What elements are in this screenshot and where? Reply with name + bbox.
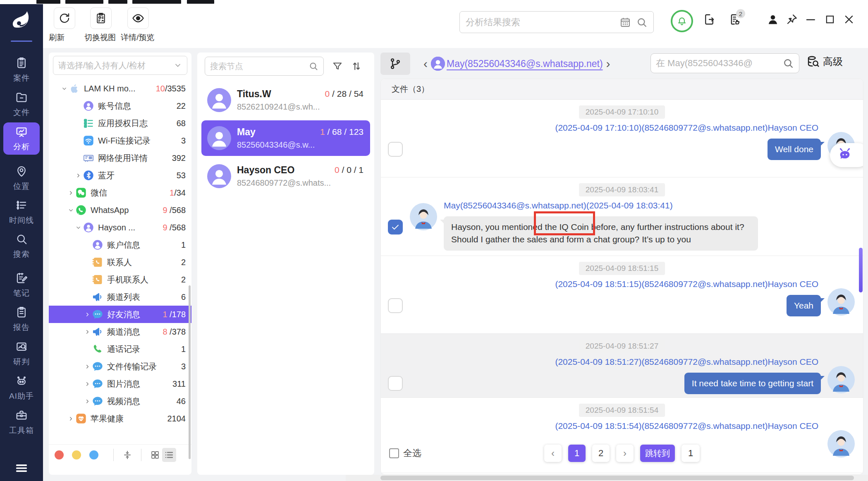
message-bubble[interactable]: It need take time to getting start (684, 373, 821, 394)
relation-graph-button[interactable] (380, 53, 410, 75)
user-icon[interactable] (767, 13, 779, 27)
pin-icon[interactable] (786, 13, 798, 27)
sidebar-item-分析[interactable]: 分析 (3, 122, 40, 155)
calendar-icon[interactable] (619, 17, 631, 28)
tree-node-手机联系人[interactable]: 手机联系人2 (49, 271, 191, 288)
sort-icon[interactable] (351, 61, 362, 73)
menu-icon[interactable] (3, 459, 40, 477)
expander-right-icon[interactable] (66, 416, 75, 422)
expander-right-icon[interactable] (83, 381, 92, 387)
owner-filter-select[interactable]: 请选择/输入持有人/检材 (53, 56, 187, 75)
expander-down-icon[interactable] (74, 225, 83, 231)
page-button-2[interactable]: 2 (592, 445, 610, 462)
tree-node-视频消息[interactable]: 视频消息46 (49, 392, 191, 410)
expander-right-icon[interactable] (74, 172, 83, 179)
tree-node-联系人[interactable]: 联系人2 (49, 254, 191, 271)
prev-contact-chevron[interactable]: ‹ (420, 57, 431, 70)
files-tab[interactable]: 文件（3） (381, 79, 863, 100)
current-contact-link[interactable]: May(85256043346@s.whatsapp.net) (447, 58, 603, 69)
detail-preview-button[interactable] (127, 7, 149, 29)
expander-right-icon[interactable] (83, 364, 92, 370)
export-icon[interactable] (703, 13, 715, 27)
sidebar-item-工具箱[interactable]: 工具箱 (3, 406, 40, 438)
tree-scrollbar[interactable] (189, 285, 191, 459)
tree-node-微信[interactable]: 微信1/34 (49, 184, 191, 201)
expander-right-icon[interactable] (83, 398, 92, 404)
search-icon[interactable] (636, 17, 648, 28)
blue-dot-filter[interactable] (89, 450, 98, 459)
contact-row-Hayson CEO[interactable]: Hayson CEO85246809772@s.whats...0 / 0 / … (201, 158, 370, 194)
tree-node-LAM KH mo...[interactable]: LAM KH mo...10/3535 (49, 80, 191, 97)
sidebar-item-笔记[interactable]: 笔记 (3, 269, 40, 301)
message-checkbox[interactable] (388, 298, 403, 313)
message-header-link[interactable]: (2025-04-09 18:51:15)(85246809772@s.what… (555, 279, 821, 289)
horizontal-scrollbar-thumb[interactable] (380, 476, 854, 480)
tree-node-好友消息[interactable]: 好友消息1 /178 (49, 306, 191, 323)
expander-right-icon[interactable] (83, 311, 92, 318)
node-search-input[interactable] (210, 62, 308, 71)
sidebar-item-搜索[interactable]: 搜索 (3, 230, 40, 262)
list-view-icon[interactable] (162, 448, 176, 462)
message-bubble[interactable]: Yeah (787, 295, 821, 316)
jump-to-button[interactable]: 跳转到 (640, 445, 675, 462)
tree-node-Wi-Fi连接记录[interactable]: Wi-Fi连接记录3 (49, 132, 191, 149)
message-checkbox[interactable] (388, 376, 403, 391)
sidebar-item-AI助手[interactable]: AI助手 (3, 372, 40, 404)
tree-node-图片消息[interactable]: 图片消息311 (49, 375, 191, 392)
grid-view-icon[interactable] (148, 448, 162, 462)
next-page-button[interactable]: › (616, 445, 634, 462)
tree-node-账号信息[interactable]: 账号信息22 (49, 97, 191, 115)
page-button-1[interactable]: 1 (568, 445, 586, 462)
chat-search-input[interactable] (656, 58, 782, 69)
tree-node-应用授权日志[interactable]: 应用授权日志68 (49, 115, 191, 132)
sidebar-item-位置[interactable]: 位置 (3, 162, 40, 194)
notification-bell-icon[interactable] (671, 10, 693, 32)
expander-down-icon[interactable] (66, 207, 75, 213)
filter-funnel-icon[interactable] (332, 61, 343, 73)
expander-right-icon[interactable] (83, 329, 92, 335)
tree-node-通话记录[interactable]: 通话记录1 (49, 340, 191, 358)
tree-node-文件传输记录[interactable]: 文件传输记录3 (49, 358, 191, 375)
contact-row-May[interactable]: May85256043346@s.w...1 / 68 / 123 (201, 120, 370, 156)
message-header-link[interactable]: (2025-04-09 18:51:27)(85246809772@s.what… (555, 357, 821, 367)
collapse-all-icon[interactable] (120, 448, 134, 462)
advanced-search-button[interactable]: 高级 (806, 55, 843, 68)
audit-doc-icon[interactable]: 2 (729, 13, 741, 27)
message-header-link[interactable]: May(85256043346@s.whatsapp.net)(2025-04-… (444, 201, 855, 211)
sidebar-item-研判[interactable]: 研判 (3, 337, 40, 370)
chat-scrollbar[interactable] (859, 248, 863, 292)
expander-right-icon[interactable] (66, 190, 75, 196)
analysis-search-input[interactable] (466, 17, 615, 28)
ai-assistant-fab[interactable] (830, 143, 863, 167)
tree-node-WhatsApp[interactable]: WhatsApp9 /568 (49, 201, 191, 219)
sidebar-item-文件[interactable]: 文件 (3, 88, 40, 120)
minimize-icon[interactable] (805, 13, 817, 27)
sidebar-item-时间线[interactable]: 时间线 (3, 196, 40, 228)
expander-down-icon[interactable] (60, 86, 69, 92)
search-icon[interactable] (308, 61, 318, 71)
tree-node-账户信息[interactable]: 账户信息1 (49, 236, 191, 254)
tree-node-苹果健康[interactable]: 苹果健康2104 (49, 410, 191, 427)
contact-row-Titus.W[interactable]: Titus.W85262109241@s.wh...0 / 28 / 54 (201, 82, 370, 118)
refresh-button[interactable] (54, 7, 75, 29)
message-header-link[interactable]: (2025-04-09 17:10:10)(85246809772@s.what… (555, 123, 821, 133)
sidebar-item-报告[interactable]: 报告 (3, 303, 40, 335)
tree-node-Hayson ...[interactable]: Hayson ...9 /568 (49, 219, 191, 236)
message-header-link[interactable]: (2025-04-09 18:51:54)(85246809772@s.what… (555, 421, 821, 431)
message-checkbox[interactable] (388, 220, 403, 235)
yellow-dot-filter[interactable] (72, 450, 81, 459)
maximize-icon[interactable] (824, 13, 836, 27)
jump-page-input[interactable] (681, 445, 700, 462)
sidebar-item-案件[interactable]: 案件 (3, 54, 40, 86)
message-bubble[interactable]: Hayson, you mentioned the IQ Coin before… (444, 216, 758, 251)
close-icon[interactable] (843, 13, 855, 27)
red-dot-filter[interactable] (55, 450, 64, 459)
tree-node-蓝牙[interactable]: 蓝牙53 (49, 167, 191, 184)
search-icon[interactable] (782, 57, 794, 69)
message-bubble[interactable]: Well done (768, 139, 821, 160)
next-contact-chevron[interactable]: › (603, 57, 614, 70)
tree-node-频道消息[interactable]: 频道消息8 /378 (49, 323, 191, 340)
tree-node-频道列表[interactable]: 频道列表6 (49, 288, 191, 306)
prev-page-button[interactable]: ‹ (544, 445, 562, 462)
message-checkbox[interactable] (388, 142, 403, 157)
